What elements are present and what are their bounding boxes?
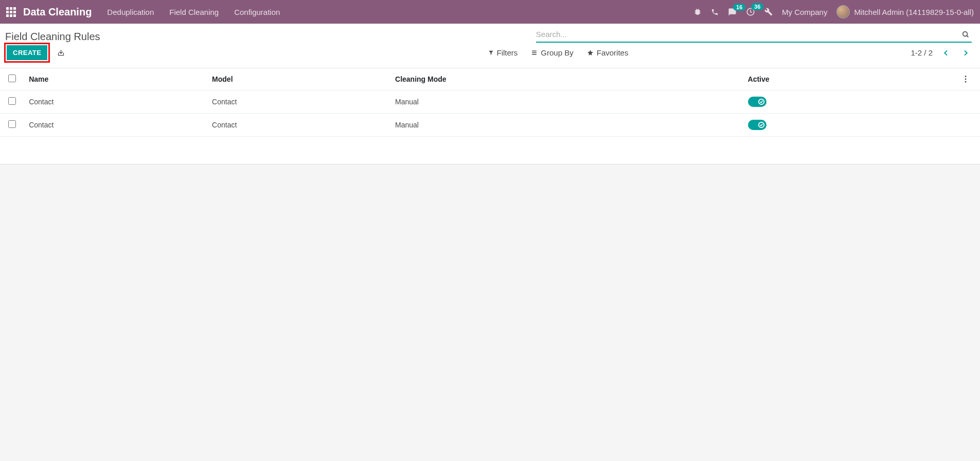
cell-name: Contact <box>24 114 207 137</box>
search-icon[interactable] <box>959 30 972 39</box>
cell-name: Contact <box>24 90 207 114</box>
activities-badge: 36 <box>751 3 763 10</box>
nav-deduplication[interactable]: Deduplication <box>107 8 154 16</box>
cell-mode: Manual <box>390 114 743 137</box>
svg-point-2 <box>965 76 967 77</box>
table-footer <box>0 137 980 162</box>
page-title: Field Cleaning Rules <box>4 28 100 43</box>
company-name[interactable]: My Company <box>782 8 827 16</box>
messages-icon[interactable]: 16 <box>728 8 737 16</box>
list-view: Name Model Cleaning Mode Active Contact … <box>0 68 980 162</box>
table-row[interactable]: Contact Contact Manual <box>0 90 980 114</box>
active-toggle[interactable] <box>748 97 767 107</box>
pager-prev[interactable] <box>940 47 952 59</box>
bug-icon[interactable] <box>693 8 702 16</box>
avatar <box>836 5 850 19</box>
select-all-checkbox[interactable] <box>8 75 16 82</box>
create-highlight: CREATE <box>4 43 50 63</box>
phone-icon[interactable] <box>711 8 719 16</box>
pager-next[interactable] <box>959 47 972 59</box>
svg-point-3 <box>965 79 967 80</box>
filters-label: Filters <box>497 48 518 57</box>
svg-point-1 <box>963 31 968 36</box>
control-panel: Field Cleaning Rules CREATE Filter <box>0 24 980 68</box>
groupby-button[interactable]: Group By <box>531 48 573 57</box>
row-checkbox[interactable] <box>8 97 16 105</box>
active-toggle[interactable] <box>748 120 767 130</box>
cell-mode: Manual <box>390 90 743 114</box>
star-icon <box>587 49 594 56</box>
check-icon <box>758 121 765 128</box>
groupby-label: Group By <box>541 48 573 57</box>
app-brand[interactable]: Data Cleaning <box>23 6 92 18</box>
messages-badge: 16 <box>733 4 745 11</box>
user-menu[interactable]: Mitchell Admin (14119829-15-0-all) <box>836 5 974 19</box>
favorites-label: Favorites <box>597 48 629 57</box>
col-mode[interactable]: Cleaning Mode <box>390 68 743 90</box>
search-box <box>536 28 972 43</box>
navbar: Data Cleaning Deduplication Field Cleani… <box>0 0 980 24</box>
chevron-left-icon <box>942 49 950 57</box>
filters-button[interactable]: Filters <box>488 48 518 57</box>
check-icon <box>758 98 765 105</box>
nav-right: 16 36 My Company Mitchell Admin (1411982… <box>693 5 974 19</box>
activities-icon[interactable]: 36 <box>746 7 755 16</box>
nav-configuration[interactable]: Configuration <box>234 8 280 16</box>
table-row[interactable]: Contact Contact Manual <box>0 114 980 137</box>
create-button[interactable]: CREATE <box>7 45 47 60</box>
nav-field-cleaning[interactable]: Field Cleaning <box>169 8 219 16</box>
cell-model: Contact <box>207 114 390 137</box>
filter-icon <box>488 50 494 56</box>
cell-model: Contact <box>207 90 390 114</box>
favorites-button[interactable]: Favorites <box>587 48 629 57</box>
search-input[interactable] <box>536 30 959 39</box>
rules-table: Name Model Cleaning Mode Active Contact … <box>0 68 980 162</box>
col-model[interactable]: Model <box>207 68 390 90</box>
col-active[interactable]: Active <box>743 68 960 90</box>
list-icon <box>531 49 538 56</box>
user-name: Mitchell Admin (14119829-15-0-all) <box>854 8 974 16</box>
pager-text[interactable]: 1-2 / 2 <box>911 48 933 57</box>
svg-point-4 <box>965 81 967 83</box>
tools-icon[interactable] <box>764 8 773 16</box>
chevron-right-icon <box>961 49 970 57</box>
nav-menu: Deduplication Field Cleaning Configurati… <box>107 8 280 16</box>
apps-icon[interactable] <box>6 7 16 17</box>
row-checkbox[interactable] <box>8 120 16 128</box>
export-icon[interactable] <box>57 49 65 57</box>
col-name[interactable]: Name <box>24 68 207 90</box>
columns-menu-icon[interactable] <box>965 76 975 83</box>
